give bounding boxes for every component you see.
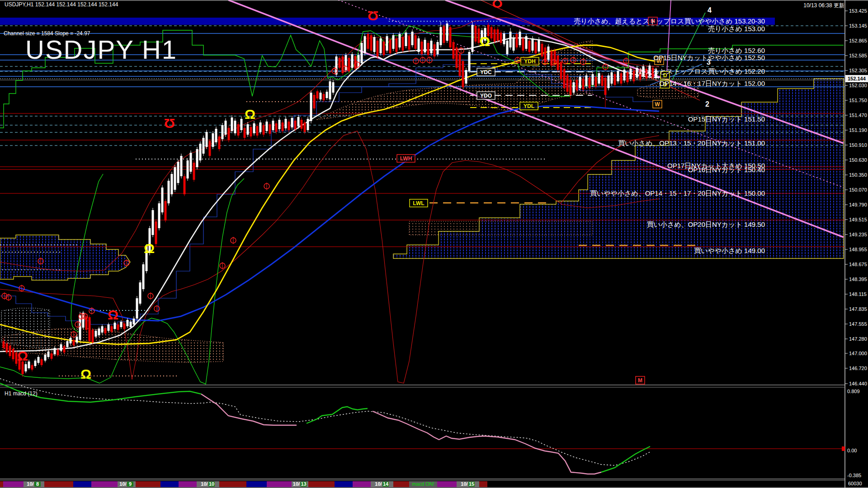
wave-count-label: 4 [708, 6, 712, 14]
candle-body [285, 119, 287, 128]
candle-body [316, 91, 319, 99]
price-tick-label: 149.235 [849, 232, 867, 237]
timeline-segment[interactable] [91, 481, 118, 487]
candle-body [54, 348, 56, 354]
timeline-segment[interactable] [437, 481, 457, 487]
macd-on-chip[interactable]: macd ON! [412, 481, 434, 487]
candle-body [266, 122, 268, 131]
candle-body [459, 54, 461, 76]
omega-signal-icon: Ω [17, 348, 28, 363]
marker-box-label: LWH [400, 155, 412, 162]
timeline-segment[interactable] [335, 481, 353, 487]
candle-body [127, 320, 129, 326]
candle-body [396, 38, 398, 52]
candle-body [34, 361, 37, 366]
candle-body [234, 121, 236, 133]
timeline-segment[interactable] [73, 481, 91, 487]
timeline-segment[interactable] [393, 481, 409, 487]
price-tick-label: 152.865 [849, 38, 867, 43]
candle-body [468, 52, 471, 71]
candle-body [9, 346, 11, 356]
candle-body [509, 32, 512, 47]
candle-body [566, 75, 569, 92]
price-axis[interactable]: 153.425153.145152.865152.585152.305152.0… [842, 0, 868, 488]
candle-body [392, 35, 395, 49]
timeline-date-label: 10/ [461, 481, 467, 487]
timeline-segment[interactable] [457, 481, 479, 487]
timeline-segment[interactable] [371, 481, 393, 487]
timeline-segment[interactable] [353, 481, 371, 487]
candle-body [31, 365, 33, 370]
candle-body [456, 47, 458, 68]
chart-canvas[interactable]: ΩΩΩΩΩΩΩΩΩMWDDWMYDHYDCYDOYDLLWHLWL432 売り小… [0, 0, 868, 488]
timeline-strip[interactable]: 10/810/910/1010/1310/14macd ON!10/15 [0, 481, 844, 487]
macd-main-line [601, 446, 650, 472]
candle-body [604, 78, 607, 95]
order-annotation: 売り小さめ 153.00 [708, 25, 765, 33]
timeline-segment[interactable] [487, 481, 844, 487]
timeline-segment[interactable] [219, 481, 246, 487]
candle-body [573, 82, 575, 93]
timeline-segment[interactable] [136, 481, 160, 487]
candle-body [22, 361, 24, 374]
timeline-segment[interactable] [267, 481, 292, 487]
candle-body [101, 326, 104, 333]
candle-body [541, 44, 543, 56]
candle-body [522, 38, 524, 51]
timeline-segment[interactable] [44, 481, 73, 487]
timeline-segment[interactable] [479, 481, 487, 487]
candle-body [589, 78, 591, 88]
candle-body [152, 210, 154, 235]
timeline-segment[interactable] [179, 481, 197, 487]
candle-body [247, 124, 249, 135]
candle-body [617, 71, 619, 81]
candle-body [525, 36, 528, 49]
candle-body [601, 75, 604, 86]
candle-body [196, 149, 198, 167]
macd-label: H1 macd (12) [5, 390, 38, 397]
price-tick-label: 152.030 [849, 83, 867, 88]
candle-body [633, 71, 635, 81]
order-annotation: OP16日NYカット 150.40 [688, 166, 765, 174]
candle-body [215, 129, 217, 142]
marker-box-label: M [638, 377, 642, 384]
candle-body [446, 23, 448, 41]
timeline-segment[interactable] [3, 481, 24, 487]
timeline-date-label: 10/ [293, 481, 300, 487]
candle-body [528, 41, 531, 52]
kumo-cloud-future [393, 79, 844, 258]
timeline-segment[interactable] [160, 481, 179, 487]
order-annotation: OP14・16・17日NYカット 152.00 [659, 80, 765, 87]
timeline-segment[interactable] [197, 481, 219, 487]
candle-body [405, 33, 407, 46]
candle-body [155, 221, 157, 244]
candle-body [627, 72, 629, 82]
candle-body [386, 36, 388, 51]
candle-body [269, 124, 271, 134]
candle-body [310, 93, 312, 121]
omega-signal-icon: Ω [368, 9, 378, 23]
candle-body [212, 133, 214, 147]
timeline-segment[interactable] [0, 481, 3, 487]
timeline-segment[interactable] [308, 481, 335, 487]
timeline-segment[interactable] [246, 481, 267, 487]
candle-body [377, 41, 379, 56]
watermark: USDJPY H1 [25, 35, 177, 64]
candle-body [380, 38, 382, 53]
candle-body [421, 42, 423, 54]
omega-signal-icon: Ω [108, 307, 118, 322]
candle-body [272, 121, 274, 130]
price-tick-label: 147.280 [849, 336, 867, 342]
price-tick-label: 150.350 [849, 172, 867, 178]
candle-body [497, 29, 499, 41]
price-tick-label: 151.470 [849, 113, 867, 118]
candle-body [538, 39, 540, 52]
candle-body [351, 54, 354, 68]
candle-body [326, 92, 328, 98]
candle-body [184, 176, 186, 194]
omega-signal-icon: Ω [144, 241, 155, 256]
macd-scale-label: 0.00 [847, 448, 857, 453]
price-tick-label: 150.070 [849, 187, 867, 192]
candle-body [12, 349, 14, 359]
candle-body [209, 141, 211, 156]
